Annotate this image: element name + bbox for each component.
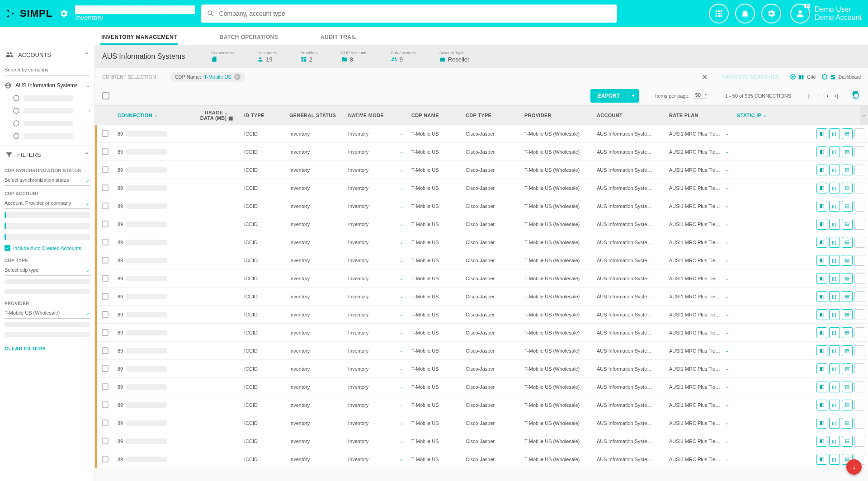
sub-account-item[interactable] (0, 130, 94, 142)
table-row[interactable]: 89ICCIDInventoryInventory⌄T-Mobile USCis… (95, 233, 868, 251)
cell-native-mode[interactable]: Inventory⌄ (345, 312, 409, 317)
col-rate-plan[interactable]: RATE PLAN (666, 113, 734, 118)
row-checkbox[interactable] (102, 184, 108, 191)
row-detail-button[interactable]: ◧ (816, 382, 827, 392)
row-more-button[interactable]: ⋮ (854, 327, 865, 338)
row-usage-button[interactable]: ⫿⫿ (829, 436, 840, 447)
col-cdp-type[interactable]: CDP TYPE (463, 113, 522, 118)
row-more-button[interactable]: ⋮ (854, 128, 865, 139)
cell-rate-plan[interactable]: AUSI1 MRC Plus Tie…⌄ (666, 420, 734, 426)
row-detail-button[interactable]: ◧ (816, 291, 827, 302)
cell-native-mode[interactable]: Inventory⌄ (345, 366, 409, 372)
row-detail-button[interactable]: ◧ (816, 418, 827, 429)
cell-rate-plan[interactable]: AUSI1 MRC Plus Tie…⌄ (666, 439, 734, 444)
column-settings-icon[interactable]: ▦ (228, 115, 233, 121)
cell-rate-plan[interactable]: AUSI1 MRC Plus Tie…⌄ (666, 185, 734, 191)
row-checkbox[interactable] (102, 347, 108, 354)
col-account[interactable]: ACCOUNT (594, 113, 666, 118)
cell-rate-plan[interactable]: AUSI1 MRC Plus Tie…⌄ (666, 348, 734, 354)
col-connection[interactable]: CONNECTION⌄ (115, 113, 192, 118)
cell-native-mode[interactable]: Inventory⌄ (345, 240, 409, 245)
row-checkbox[interactable] (102, 401, 108, 408)
cell-rate-plan[interactable]: AUSI1 MRC Plus Tie…⌄ (666, 131, 734, 137)
table-row[interactable]: 89ICCIDInventoryInventory⌄T-Mobile USCis… (95, 432, 868, 450)
table-row[interactable]: 89ICCIDInventoryInventory⌄T-Mobile USCis… (95, 342, 868, 360)
row-checkbox[interactable] (102, 311, 108, 318)
row-card-button[interactable]: ▤ (842, 363, 853, 374)
cell-rate-plan[interactable]: AUSI1 MRC Plus Tie…⌄ (666, 457, 734, 462)
account-item-active[interactable]: AUS Information Systems ⌄ (0, 79, 94, 92)
filter-option-placeholder[interactable] (5, 332, 90, 337)
row-card-button[interactable]: ▤ (842, 273, 853, 284)
view-grid-radio[interactable] (790, 74, 796, 80)
row-checkbox[interactable] (102, 257, 108, 264)
row-detail-button[interactable]: ◧ (816, 436, 827, 447)
row-detail-button[interactable]: ◧ (816, 165, 827, 175)
row-usage-button[interactable]: ⫿⫿ (829, 327, 840, 338)
cell-rate-plan[interactable]: AUSI1 MRC Plus Tie…⌄ (666, 402, 734, 408)
settings-button[interactable] (761, 4, 781, 24)
row-detail-button[interactable]: ◧ (816, 400, 827, 410)
export-dropdown-toggle[interactable]: ▼ (627, 94, 639, 98)
row-checkbox[interactable] (102, 166, 108, 173)
row-card-button[interactable]: ▤ (842, 436, 853, 447)
row-checkbox[interactable] (102, 293, 108, 300)
items-per-page-select[interactable]: 50 (693, 92, 707, 99)
row-usage-button[interactable]: ⫿⫿ (829, 345, 840, 356)
row-checkbox[interactable] (102, 221, 108, 227)
cell-native-mode[interactable]: Inventory⌄ (345, 185, 409, 191)
pager-next[interactable]: › (824, 93, 831, 99)
row-card-button[interactable]: ▤ (842, 291, 853, 302)
row-checkbox[interactable] (102, 329, 108, 336)
table-row[interactable]: 89ICCIDInventoryInventory⌄T-Mobile USCis… (95, 414, 868, 432)
row-checkbox[interactable] (102, 239, 108, 245)
row-card-button[interactable]: ▤ (842, 327, 853, 338)
row-usage-button[interactable]: ⫿⫿ (829, 146, 840, 157)
cell-native-mode[interactable]: Inventory⌄ (345, 294, 409, 299)
row-card-button[interactable]: ▤ (842, 345, 853, 356)
clear-selection-button[interactable]: ✕ (702, 73, 708, 81)
row-checkbox[interactable] (102, 365, 108, 372)
cell-rate-plan[interactable]: AUSI1 MRC Plus Tie…⌄ (666, 330, 734, 335)
cell-rate-plan[interactable]: AUSI1 MRC Plus Tie…⌄ (666, 240, 734, 245)
row-detail-button[interactable]: ◧ (816, 273, 827, 284)
cell-native-mode[interactable]: Inventory⌄ (345, 222, 409, 227)
row-usage-button[interactable]: ⫿⫿ (829, 382, 840, 392)
filters-header[interactable]: FILTERS ⌃ (0, 145, 94, 164)
table-row[interactable]: 89ICCIDInventoryInventory⌄T-Mobile USCis… (95, 360, 868, 378)
row-card-button[interactable]: ▤ (842, 219, 853, 230)
row-usage-button[interactable]: ⫿⫿ (829, 128, 840, 139)
table-row[interactable]: 89ICCIDInventoryInventory⌄T-Mobile USCis… (95, 251, 868, 269)
sub-account-item[interactable] (0, 117, 94, 130)
filter-option-placeholder[interactable] (5, 223, 90, 229)
cell-native-mode[interactable]: Inventory⌄ (345, 457, 409, 462)
cell-native-mode[interactable]: Inventory⌄ (345, 330, 409, 335)
table-row[interactable]: 89ICCIDInventoryInventory⌄T-Mobile USCis… (95, 215, 868, 233)
row-checkbox[interactable] (102, 130, 108, 137)
row-more-button[interactable]: ⋮ (854, 363, 865, 374)
cell-native-mode[interactable]: Inventory⌄ (345, 420, 409, 426)
row-detail-button[interactable]: ◧ (816, 345, 827, 356)
filter-option-placeholder[interactable] (5, 212, 90, 218)
row-checkbox[interactable] (102, 275, 108, 282)
col-general-status[interactable]: GENERAL STATUS (287, 113, 345, 118)
row-detail-button[interactable]: ◧ (816, 454, 827, 465)
select-all-checkbox[interactable] (102, 92, 109, 99)
row-more-button[interactable]: ⋮ (854, 382, 865, 392)
col-usage[interactable]: USAGE ⌄ DATA (MB) ▦ (192, 110, 241, 121)
table-row[interactable]: 89ICCIDInventoryInventory⌄T-Mobile USCis… (95, 161, 868, 179)
row-card-button[interactable]: ▤ (842, 165, 853, 175)
filter-option-placeholder[interactable] (5, 322, 90, 327)
apps-button[interactable] (709, 4, 729, 24)
refresh-button[interactable] (852, 91, 861, 100)
row-card-button[interactable]: ▤ (842, 237, 853, 248)
row-more-button[interactable]: ⋮ (854, 436, 865, 447)
row-detail-button[interactable]: ◧ (816, 146, 827, 157)
table-row[interactable]: 89ICCIDInventoryInventory⌄T-Mobile USCis… (95, 378, 868, 396)
row-card-button[interactable]: ▤ (842, 201, 853, 212)
cell-native-mode[interactable]: Inventory⌄ (345, 167, 409, 173)
row-card-button[interactable]: ▤ (842, 400, 853, 410)
row-more-button[interactable]: ⋮ (854, 418, 865, 429)
row-checkbox[interactable] (102, 438, 108, 444)
row-more-button[interactable]: ⋮ (854, 219, 865, 230)
